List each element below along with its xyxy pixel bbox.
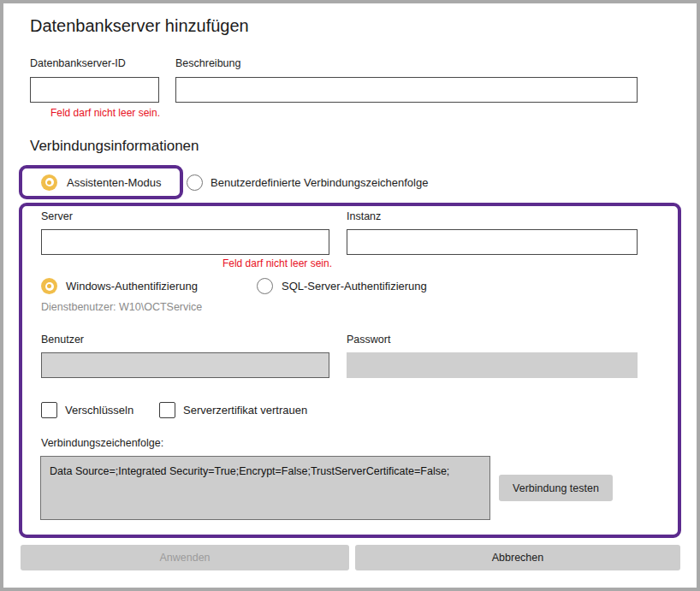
trust-certificate-option[interactable]: Serverzertifikat vertrauen xyxy=(159,402,307,418)
assistant-mode-radio[interactable] xyxy=(41,174,57,191)
user-label: Benutzer xyxy=(41,334,84,346)
radio-dot-icon xyxy=(45,178,54,186)
server-id-input[interactable] xyxy=(30,77,159,103)
radio-dot-icon xyxy=(45,282,54,291)
encrypt-label: Verschlüsseln xyxy=(65,404,133,417)
apply-button: Anwenden xyxy=(21,545,349,570)
connection-string-value: Data Source=;Integrated Security=True;En… xyxy=(40,456,490,520)
sql-auth-option[interactable]: SQL-Server-Authentifizierung xyxy=(257,278,427,294)
server-id-label: Datenbankserver-ID xyxy=(30,57,126,69)
user-input xyxy=(41,352,329,378)
encrypt-option[interactable]: Verschlüsseln xyxy=(41,402,133,418)
password-label: Passwort xyxy=(347,334,390,346)
trust-certificate-label: Serverzertifikat vertrauen xyxy=(183,404,307,417)
wizard-panel: Server Feld darf nicht leer sein. Instan… xyxy=(19,203,681,538)
windows-auth-radio[interactable] xyxy=(41,278,57,294)
custom-connection-string-radio[interactable] xyxy=(187,174,203,191)
assistant-mode-label: Assistenten-Modus xyxy=(67,176,162,189)
assistant-mode-highlight-box[interactable]: Assistenten-Modus xyxy=(19,165,183,199)
custom-connection-string-label: Benutzerdefinierte Verbindungszeichenfol… xyxy=(211,176,428,189)
connection-section-title: Verbindungsinformationen xyxy=(30,138,199,155)
server-input[interactable] xyxy=(41,229,329,255)
description-label: Beschreibung xyxy=(175,57,240,69)
page-title: Datenbankserver hinzufügen xyxy=(30,16,249,36)
encrypt-checkbox[interactable] xyxy=(41,402,57,418)
custom-connection-string-option[interactable]: Benutzerdefinierte Verbindungszeichenfol… xyxy=(187,165,428,199)
instance-label: Instanz xyxy=(347,210,381,222)
server-label: Server xyxy=(41,210,73,222)
cancel-button[interactable]: Abbrechen xyxy=(355,545,680,570)
password-input xyxy=(347,352,638,378)
windows-auth-label: Windows-Authentifizierung xyxy=(66,280,198,293)
instance-input[interactable] xyxy=(347,229,638,255)
windows-auth-option[interactable]: Windows-Authentifizierung xyxy=(41,278,198,294)
connection-string-label: Verbindungszeichenfolge: xyxy=(41,437,163,449)
server-error: Feld darf nicht leer sein. xyxy=(41,257,332,269)
trust-certificate-checkbox[interactable] xyxy=(159,402,175,418)
sql-auth-radio[interactable] xyxy=(257,278,273,294)
service-user-hint: Dienstbenutzer: W10\OCTService xyxy=(41,301,202,313)
add-database-server-dialog: Datenbankserver hinzufügen Datenbankserv… xyxy=(0,0,700,591)
test-connection-button[interactable]: Verbindung testen xyxy=(499,475,613,501)
description-input[interactable] xyxy=(175,77,638,103)
server-id-error: Feld darf nicht leer sein. xyxy=(30,107,160,119)
sql-auth-label: SQL-Server-Authentifizierung xyxy=(282,280,427,293)
